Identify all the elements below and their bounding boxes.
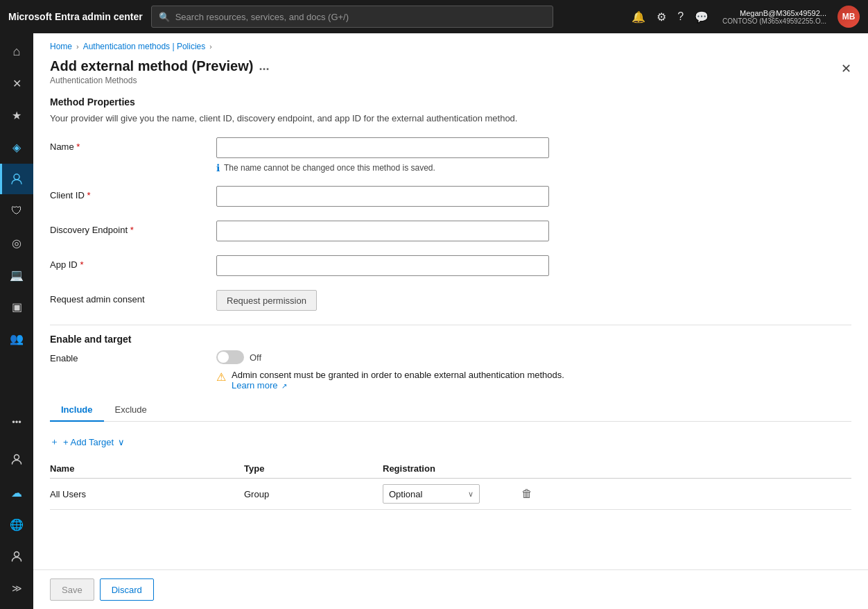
sidebar-item-applications[interactable]: ▣ xyxy=(0,291,33,322)
external-link-icon: ↗ xyxy=(281,382,287,390)
svg-point-1 xyxy=(15,455,19,460)
notifications-icon[interactable]: 🔔 xyxy=(632,10,645,24)
sidebar-item-governance[interactable]: ◎ xyxy=(0,228,33,258)
sidebar-item-home[interactable]: ⌂ xyxy=(0,36,33,67)
main-layout: ⌂ ✕ ★ ◈ 🛡 ◎ 💻 ▣ 👥 ••• ☁ 🌐 xyxy=(0,33,868,609)
search-box[interactable]: 🔍 xyxy=(151,6,553,28)
client-id-field-wrap xyxy=(216,186,549,207)
name-label: Name * xyxy=(50,137,216,152)
col-name: Name xyxy=(50,463,244,474)
row-type: Group xyxy=(244,489,383,499)
add-target-button[interactable]: ＋ + Add Target ∨ xyxy=(50,430,125,454)
svg-point-0 xyxy=(14,174,19,180)
app-logo: Microsoft Entra admin center xyxy=(8,11,143,22)
request-permission-button[interactable]: Request permission xyxy=(216,290,317,311)
sidebar-item-expand[interactable]: ≫ xyxy=(0,573,33,603)
content-area: Home › Authentication methods | Policies… xyxy=(33,33,868,609)
enable-toggle[interactable] xyxy=(216,350,244,364)
sidebar-item-user-profile[interactable] xyxy=(0,444,33,474)
sidebar-item-cloud[interactable]: ☁ xyxy=(0,477,33,508)
user-tenant: CONTOSO (M365x49592255.O... xyxy=(722,17,826,25)
registration-value: Optional xyxy=(389,489,422,499)
enable-target-title: Enable and target xyxy=(50,334,851,345)
plus-icon: ＋ xyxy=(50,436,59,448)
form-content: Method Properties Your provider will giv… xyxy=(33,91,868,569)
warning-text-wrap: Admin consent must be granted in order t… xyxy=(232,370,851,391)
page-more-icon[interactable]: ... xyxy=(259,59,269,74)
tab-exclude[interactable]: Exclude xyxy=(104,399,158,422)
app-id-input[interactable] xyxy=(216,255,549,276)
registration-dropdown[interactable]: Optional ∨ xyxy=(383,484,480,504)
request-consent-row: Request admin consent Request permission xyxy=(50,290,851,312)
name-input[interactable] xyxy=(216,137,549,158)
topbar-icons: 🔔 ⚙ ? 💬 MeganB@M365x49592... CONTOSO (M3… xyxy=(632,6,860,28)
add-target-label: + Add Target xyxy=(63,437,114,447)
avatar[interactable]: MB xyxy=(837,6,860,28)
table-header: Name Type Registration xyxy=(50,459,851,479)
warning-icon: ⚠ xyxy=(216,370,226,384)
col-actions xyxy=(521,463,563,474)
page-subtitle: Authentication Methods xyxy=(50,76,269,85)
client-id-input[interactable] xyxy=(216,186,549,207)
breadcrumb-arrow: › xyxy=(209,43,211,51)
col-type: Type xyxy=(244,463,383,474)
user-name: MeganB@M365x49592... xyxy=(740,9,826,17)
client-id-row: Client ID * xyxy=(50,186,851,208)
help-icon[interactable]: ? xyxy=(677,10,684,23)
sidebar: ⌂ ✕ ★ ◈ 🛡 ◎ 💻 ▣ 👥 ••• ☁ 🌐 xyxy=(0,33,33,609)
chevron-down-icon: ∨ xyxy=(118,437,125,447)
page-title: Add external method (Preview) ... xyxy=(50,58,269,74)
row-name: All Users xyxy=(50,489,244,499)
method-properties-desc: Your provider will give you the name, cl… xyxy=(50,113,851,123)
discovery-endpoint-field-wrap xyxy=(216,221,549,241)
sidebar-item-close[interactable]: ✕ xyxy=(0,68,33,98)
toggle-knob xyxy=(218,352,229,363)
svg-point-2 xyxy=(15,552,19,557)
discard-button[interactable]: Discard xyxy=(100,578,154,601)
enable-field-wrap: Off ⚠ Admin consent must be granted in o… xyxy=(216,350,851,391)
request-consent-label: Request admin consent xyxy=(50,290,216,304)
settings-icon[interactable]: ⚙ xyxy=(657,10,666,24)
name-required: * xyxy=(76,141,80,152)
discovery-endpoint-input[interactable] xyxy=(216,221,549,241)
sidebar-item-favorites[interactable]: ★ xyxy=(0,100,33,130)
enable-label: Enable xyxy=(50,350,216,363)
breadcrumb-sep1: › xyxy=(76,42,79,51)
sidebar-item-groups[interactable]: 👥 xyxy=(0,323,33,354)
sidebar-item-services[interactable]: ◈ xyxy=(0,132,33,162)
toggle-state-label: Off xyxy=(250,352,261,363)
topbar: Microsoft Entra admin center 🔍 🔔 ⚙ ? 💬 M… xyxy=(0,0,868,33)
sidebar-item-protection[interactable]: 🛡 xyxy=(0,196,33,226)
delete-row-icon[interactable]: 🗑 xyxy=(521,488,532,499)
method-properties-title: Method Properties xyxy=(50,96,851,108)
breadcrumb: Home › Authentication methods | Policies… xyxy=(33,33,868,55)
app-id-label: App ID * xyxy=(50,255,216,270)
info-icon: ℹ xyxy=(216,162,220,173)
row-delete: 🗑 xyxy=(521,488,563,500)
enable-row: Enable Off ⚠ Admin consent must be grant… xyxy=(50,350,851,391)
sidebar-item-devices[interactable]: 💻 xyxy=(0,259,33,290)
search-input[interactable] xyxy=(175,12,546,22)
sidebar-item-account2[interactable] xyxy=(0,541,33,572)
tab-include[interactable]: Include xyxy=(50,399,104,422)
feedback-icon[interactable]: 💬 xyxy=(695,10,709,24)
row-registration: Optional ∨ xyxy=(383,484,521,504)
sidebar-item-identity[interactable] xyxy=(0,164,33,194)
sidebar-item-global[interactable]: 🌐 xyxy=(0,509,33,540)
breadcrumb-section[interactable]: Authentication methods | Policies xyxy=(83,42,206,51)
tabs-row: Include Exclude xyxy=(50,399,851,422)
breadcrumb-home[interactable]: Home xyxy=(50,42,72,51)
learn-more-link[interactable]: Learn more ↗ xyxy=(232,380,287,391)
name-field-wrap: ℹ The name cannot be changed once this m… xyxy=(216,137,549,173)
dropdown-chevron-icon: ∨ xyxy=(468,490,474,499)
sidebar-item-more[interactable]: ••• xyxy=(0,406,33,437)
app-id-field-wrap xyxy=(216,255,549,276)
discovery-endpoint-row: Discovery Endpoint * xyxy=(50,221,851,243)
discovery-endpoint-label: Discovery Endpoint * xyxy=(50,221,216,235)
request-consent-field: Request permission xyxy=(216,290,549,311)
section-divider xyxy=(50,325,851,325)
save-button[interactable]: Save xyxy=(50,578,94,601)
warning-box: ⚠ Admin consent must be granted in order… xyxy=(216,370,851,391)
close-button[interactable]: ✕ xyxy=(841,61,851,76)
footer: Save Discard xyxy=(33,569,868,609)
